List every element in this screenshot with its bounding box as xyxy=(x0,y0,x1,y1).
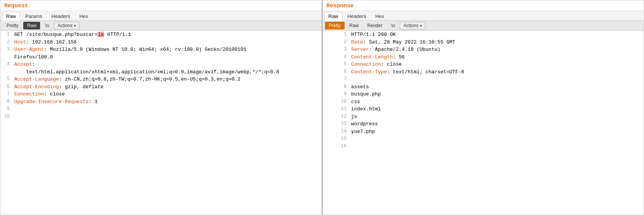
line-number: 16 xyxy=(323,143,350,150)
table-row: 2 Date: Sat, 28 May 2022 16:10:55 GMT xyxy=(323,39,644,46)
line-content xyxy=(349,135,644,143)
response-lines-table: 1 HTTP/1.1 200 OK 2 Date: Sat, 28 May 20… xyxy=(323,31,644,150)
table-row: 3 Server: Apache/2.4.18 (Ubuntu) xyxy=(323,46,644,53)
line-number: 2 xyxy=(0,39,13,46)
request-lines-table: 1 GET /site/busque.php?buscar=ls HTTP/1.… xyxy=(0,31,322,120)
header-key: Accept xyxy=(14,61,32,67)
table-row: 5 Accept-Language: zh-CN,zh;q=0.8,zh-TW;… xyxy=(0,76,322,83)
line-content: index.html xyxy=(349,105,644,113)
line-content: yue7.php xyxy=(349,128,644,136)
line-content: Host: 192.168.162.156 xyxy=(13,39,321,46)
line-number: 5 xyxy=(0,76,13,83)
line-content: Content-Length: 56 xyxy=(349,53,644,61)
table-row: 16 xyxy=(323,143,644,150)
line-content xyxy=(13,113,321,121)
line-content: Date: Sat, 28 May 2022 16:10:55 GMT xyxy=(349,39,644,46)
table-row: 13 wordpress xyxy=(323,120,644,128)
header-key: Content-Length xyxy=(351,54,393,60)
table-row: 10 css xyxy=(323,98,644,106)
line-number: 1 xyxy=(0,31,13,39)
table-row: 9 busque.php xyxy=(323,91,644,98)
tab-hex-request[interactable]: Hex xyxy=(75,12,92,21)
header-key: Server xyxy=(351,47,369,52)
table-row: 6 Content-Type: text/html; charset=UTF-8 xyxy=(323,68,644,76)
tab-raw-request[interactable]: Raw xyxy=(2,12,20,21)
line-content: Connection: close xyxy=(349,61,644,68)
line-content: wordpress xyxy=(349,120,644,128)
response-tab-bar: Raw Headers Hex xyxy=(323,11,644,21)
line-content: HTTP/1.1 200 OK xyxy=(349,31,644,39)
header-key: Date xyxy=(351,39,363,45)
header-key: Upgrade-Insecure-Requests xyxy=(14,99,89,105)
line-number: 4 xyxy=(0,61,13,76)
tab-headers-response[interactable]: Headers xyxy=(343,12,370,21)
line-number: 10 xyxy=(323,98,350,106)
request-panel: Request Raw Params Headers Hex Pretty Ra… xyxy=(0,0,322,215)
line-content: js xyxy=(349,113,644,121)
line-number: 14 xyxy=(323,128,350,136)
line-number: 7 xyxy=(0,91,13,98)
line-content: Upgrade-Insecure-Requests: 1 xyxy=(13,98,321,106)
line-content: css xyxy=(349,98,644,106)
line-number: 8 xyxy=(323,83,350,91)
line-number: 15 xyxy=(323,135,350,143)
subtab-raw-request[interactable]: Raw xyxy=(23,22,40,29)
highlight-ls: ls xyxy=(98,32,105,37)
header-key: Host xyxy=(14,39,26,45)
line-content: Accept-Encoding: gzip, deflate xyxy=(13,83,321,91)
line-content: Accept-Language: zh-CN,zh;q=0.8,zh-TW;q=… xyxy=(13,76,321,83)
line-content: User-Agent: Mozilla/5.0 (Windows NT 10.0… xyxy=(13,46,321,61)
line-number: 4 xyxy=(323,53,350,61)
line-number: 7 xyxy=(323,76,350,83)
subtab-pretty-response[interactable]: Pretty xyxy=(325,22,345,29)
line-content: GET /site/busque.php?buscar=ls HTTP/1.1 xyxy=(13,31,321,39)
line-number: 6 xyxy=(323,68,350,76)
tab-raw-response[interactable]: Raw xyxy=(324,12,343,21)
tab-headers-request[interactable]: Headers xyxy=(47,12,74,21)
line-content xyxy=(349,76,644,83)
line-number: 9 xyxy=(0,105,13,113)
request-tab-bar: Raw Params Headers Hex xyxy=(0,11,322,21)
tab-hex-response[interactable]: Hex xyxy=(371,12,388,21)
table-row: 12 js xyxy=(323,113,644,121)
line-content xyxy=(349,143,644,150)
table-row: 4 Content-Length: 56 xyxy=(323,53,644,61)
subtab-newline-request[interactable]: \n xyxy=(41,22,53,29)
line-number: 2 xyxy=(323,39,350,46)
table-row: 8 assets xyxy=(323,83,644,91)
subtab-render-response[interactable]: Render xyxy=(364,22,386,29)
table-row: 9 xyxy=(0,105,322,113)
line-content: Content-Type: text/html; charset=UTF-8 xyxy=(349,68,644,76)
line-number: 1 xyxy=(323,31,350,39)
header-key: Connection xyxy=(14,91,44,97)
table-row: 15 xyxy=(323,135,644,143)
table-row: 6 Accept-Encoding: gzip, deflate xyxy=(0,83,322,91)
line-number: 6 xyxy=(0,83,13,91)
tab-params[interactable]: Params xyxy=(21,12,47,21)
table-row: 2 Host: 192.168.162.156 xyxy=(0,39,322,46)
subtab-newline-response[interactable]: \n xyxy=(387,22,399,29)
line-content: Connection: close xyxy=(13,91,321,98)
response-title: Response xyxy=(323,0,644,11)
line-number: 10 xyxy=(0,113,13,121)
table-row: 11 index.html xyxy=(323,105,644,113)
table-row: 3 User-Agent: Mozilla/5.0 (Windows NT 10… xyxy=(0,46,322,61)
header-key: Accept-Encoding xyxy=(14,84,59,90)
table-row: 14 yue7.php xyxy=(323,128,644,136)
table-row: 10 xyxy=(0,113,322,121)
line-number: 13 xyxy=(323,120,350,128)
request-content: 1 GET /site/busque.php?buscar=ls HTTP/1.… xyxy=(0,31,322,215)
subtab-pretty-request[interactable]: Pretty xyxy=(3,22,22,29)
response-subtab-bar: Pretty Raw Render \n Actions xyxy=(323,21,644,31)
header-key: Connection xyxy=(351,61,381,67)
table-row: 4 Accept: text/html,application/xhtml+xm… xyxy=(0,61,322,76)
actions-button-response[interactable]: Actions xyxy=(400,22,425,29)
header-key: User-Agent xyxy=(14,47,44,52)
line-content: Accept: text/html,application/xhtml+xml,… xyxy=(13,61,321,76)
request-subtab-bar: Pretty Raw \n Actions xyxy=(0,21,322,31)
line-content xyxy=(13,105,321,113)
line-number: 11 xyxy=(323,105,350,113)
table-row: 8 Upgrade-Insecure-Requests: 1 xyxy=(0,98,322,106)
subtab-raw-response[interactable]: Raw xyxy=(346,22,362,29)
actions-button-request[interactable]: Actions xyxy=(54,22,79,29)
